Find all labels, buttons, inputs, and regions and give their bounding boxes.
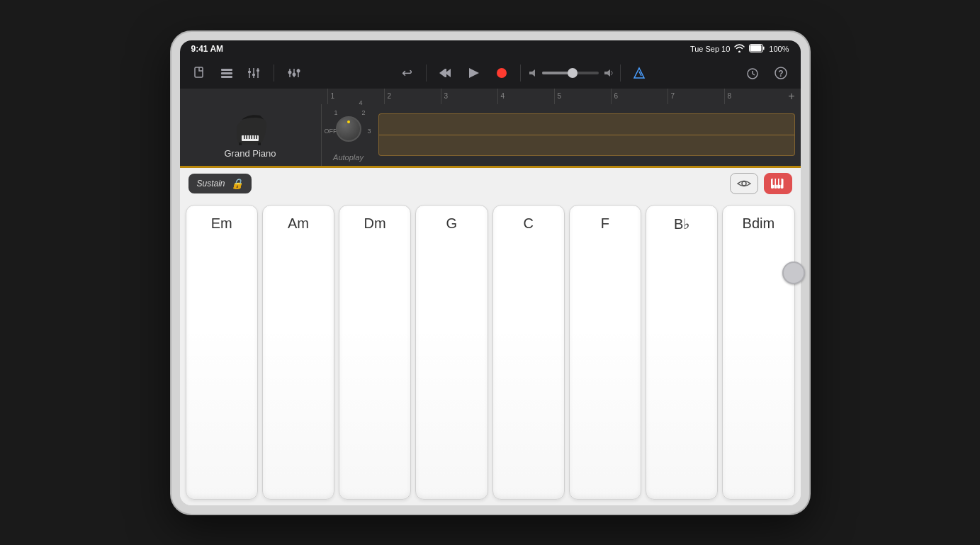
ruler-mark-8: 8: [724, 89, 781, 104]
ipad-screen: 9:41 AM Tue Sep 10: [180, 40, 801, 505]
svg-rect-11: [252, 74, 255, 76]
region-line: [379, 135, 794, 135]
knob-label-off: OFF: [325, 128, 337, 135]
svg-rect-4: [221, 69, 232, 71]
track-area: Grand Piano OFF 1 2 3 4: [180, 104, 801, 168]
svg-rect-40: [254, 135, 255, 139]
chord-label-em: Em: [211, 215, 232, 232]
track-name: Grand Piano: [225, 148, 276, 159]
svg-rect-6: [221, 76, 232, 78]
chord-label-bdim: Bdim: [743, 215, 775, 232]
svg-marker-25: [604, 69, 610, 77]
instrument-image: [230, 111, 270, 145]
ruler-mark-4: 4: [497, 89, 554, 104]
ruler-mark-6: 6: [611, 89, 668, 104]
eq-button[interactable]: [283, 62, 305, 84]
add-track-button[interactable]: +: [788, 90, 794, 103]
piano-view-button[interactable]: [764, 173, 792, 194]
ipad-frame: 9:41 AM Tue Sep 10: [171, 32, 809, 514]
svg-rect-12: [257, 69, 259, 72]
play-button[interactable]: [462, 62, 485, 84]
status-time: 9:41 AM: [191, 44, 224, 54]
view-controls: [730, 173, 792, 194]
svg-text:?: ?: [778, 69, 783, 79]
chord-area: Em Am Dm G C F B♭ Bdim: [180, 199, 801, 505]
autoplay-knob[interactable]: [336, 116, 361, 142]
ruler-mark-2: 2: [384, 89, 441, 104]
autoplay-section: OFF 1 2 3 4 Autoplay: [327, 108, 370, 162]
chord-key-c[interactable]: C: [492, 205, 565, 500]
chord-key-dm[interactable]: Dm: [339, 205, 411, 500]
chord-label-bb: B♭: [674, 215, 689, 232]
wifi-icon: [734, 44, 745, 54]
chord-key-am[interactable]: Am: [262, 205, 334, 500]
volume-slider[interactable]: [528, 68, 613, 78]
new-song-button[interactable]: [188, 62, 211, 84]
battery-icon: [749, 44, 765, 54]
skip-back-button[interactable]: [434, 62, 456, 84]
chord-key-bdim[interactable]: Bdim: [722, 205, 794, 500]
chord-label-f: F: [601, 215, 609, 232]
knob-label-1: 1: [334, 109, 338, 116]
chord-key-bb[interactable]: B♭: [646, 205, 718, 500]
track-header[interactable]: Grand Piano: [180, 104, 322, 166]
svg-rect-36: [244, 135, 245, 139]
bottom-controls: Sustain 🔒: [180, 168, 801, 199]
svg-rect-37: [247, 135, 248, 139]
svg-point-23: [497, 68, 507, 78]
home-button[interactable]: [782, 262, 805, 284]
knob-container: OFF 1 2 3 4: [327, 108, 370, 150]
mixer-button[interactable]: [242, 62, 265, 84]
svg-rect-2: [750, 45, 762, 51]
chord-label-c: C: [523, 215, 533, 232]
knob-label-2: 2: [361, 109, 365, 116]
ruler-marks: 1 2 3 4 5 6 7 8: [327, 89, 789, 104]
chord-strips-view-button[interactable]: [730, 173, 758, 194]
status-date: Tue Sep 10: [690, 45, 730, 53]
toolbar-left: [188, 62, 265, 84]
chord-label-dm: Dm: [364, 215, 386, 232]
chord-key-g[interactable]: G: [415, 205, 488, 500]
svg-rect-49: [779, 179, 781, 185]
sustain-button[interactable]: Sustain 🔒: [188, 174, 252, 193]
knob-label-4: 4: [359, 99, 362, 106]
ruler-mark-5: 5: [554, 89, 611, 104]
knob-dot: [347, 120, 350, 123]
volume-track[interactable]: [542, 72, 599, 74]
svg-rect-41: [257, 135, 258, 139]
svg-rect-39: [252, 135, 253, 139]
ruler-mark-3: 3: [441, 89, 497, 104]
autoplay-label: Autoplay: [333, 153, 364, 162]
svg-marker-26: [634, 68, 644, 78]
tracks-button[interactable]: [215, 62, 238, 84]
chord-label-am: Am: [288, 215, 309, 232]
help-button[interactable]: ?: [770, 62, 792, 84]
svg-marker-24: [529, 69, 535, 77]
svg-rect-38: [249, 135, 250, 139]
svg-point-42: [742, 181, 746, 186]
undo-button[interactable]: ↩: [396, 62, 419, 84]
chord-key-f[interactable]: F: [569, 205, 641, 500]
record-button[interactable]: [490, 62, 513, 84]
timer-button[interactable]: [741, 62, 764, 84]
svg-point-17: [292, 72, 295, 76]
svg-rect-34: [258, 142, 261, 145]
metronome-button[interactable]: [628, 62, 650, 84]
battery-percent: 100%: [769, 45, 789, 53]
svg-rect-33: [239, 142, 242, 145]
chord-label-g: G: [446, 215, 458, 232]
svg-rect-10: [248, 71, 251, 73]
svg-line-30: [753, 74, 755, 75]
knob-label-3: 3: [367, 128, 371, 135]
track-content: OFF 1 2 3 4 Autoplay: [322, 104, 801, 166]
svg-rect-47: [772, 179, 775, 185]
svg-marker-19: [439, 69, 445, 77]
status-bar: 9:41 AM Tue Sep 10: [180, 40, 801, 57]
svg-marker-22: [469, 68, 479, 78]
ruler-mark-7: 7: [668, 89, 724, 104]
chord-key-em[interactable]: Em: [186, 205, 258, 500]
track-region[interactable]: [378, 113, 795, 156]
sustain-label: Sustain: [197, 179, 225, 189]
ruler-mark-1: 1: [327, 89, 384, 104]
timeline-ruler: 1 2 3 4 5 6 7 8 +: [180, 89, 801, 104]
